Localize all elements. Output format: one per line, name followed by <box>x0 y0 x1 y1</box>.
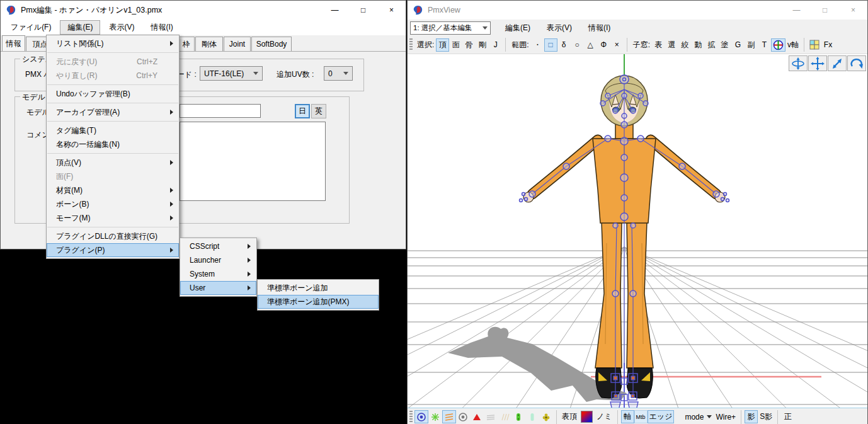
uv-count-combo[interactable]: 0 <box>324 66 353 81</box>
tab-joint[interactable]: Joint <box>224 37 251 51</box>
menu-item-undo-buffer[interactable]: Undoバッファ管理(B) <box>47 87 179 101</box>
tan-hatch-icon[interactable] <box>498 410 511 423</box>
lang-ja-button[interactable]: 日 <box>295 104 310 118</box>
nomi-button[interactable]: ノミ <box>595 410 614 423</box>
menu-view[interactable]: 表示(V) <box>539 21 580 35</box>
orange-hatch-icon[interactable] <box>442 410 456 423</box>
menu-view[interactable]: 表示(V) <box>101 20 142 35</box>
menu-item-undo[interactable]: 元に戻す(U)Ctrl+Z <box>47 55 179 69</box>
self-shadow-toggle-button[interactable]: S影 <box>758 410 774 423</box>
toolbar-gripper[interactable] <box>409 411 413 423</box>
axis-toggle-button[interactable]: 軸 <box>621 410 634 423</box>
menu-edit[interactable]: 編集(E) <box>60 20 100 35</box>
menu-item-archive[interactable]: アーカイブ管理(A) <box>47 105 179 119</box>
green-capsule-icon[interactable] <box>511 410 525 423</box>
model-name-input[interactable] <box>180 104 261 118</box>
menu-item-face[interactable]: 面(F) <box>47 169 179 183</box>
pmxview-titlebar[interactable]: PmxView — □ × <box>408 1 867 20</box>
menu-item-morph[interactable]: モーフ(M) <box>47 211 179 225</box>
viewport-3d[interactable] <box>408 54 867 408</box>
edit-mode-combo[interactable]: 1: 選択／基本編集 <box>410 21 491 35</box>
menu-item-user[interactable]: User <box>180 281 256 295</box>
menu-item-bone[interactable]: ボーン(B) <box>47 197 179 211</box>
roll-view-icon[interactable] <box>847 55 866 71</box>
blue-target-icon[interactable] <box>414 410 428 423</box>
menu-item-semistandard-bones[interactable]: 準標準ボーン追加 <box>258 281 379 295</box>
close-button[interactable]: × <box>839 1 867 20</box>
front-view-button[interactable]: 正 <box>781 410 794 423</box>
subwin-paint-button[interactable]: 塗 <box>718 38 731 52</box>
menu-item-list-relation[interactable]: リスト関係(L) <box>47 37 179 50</box>
front-vertex-button[interactable]: 表頂 <box>560 410 579 423</box>
range-circle-button[interactable]: ○ <box>571 38 584 52</box>
subwin-sub-button[interactable]: 副 <box>745 38 758 52</box>
subwin-select-button[interactable]: 選 <box>665 38 678 52</box>
gray-target-icon[interactable] <box>456 410 470 423</box>
edge-toggle-button[interactable]: エッジ <box>648 410 675 423</box>
yellow-flower-icon[interactable] <box>539 410 553 423</box>
subwin-filter-button[interactable]: 絞 <box>678 38 692 52</box>
maximize-button[interactable]: □ <box>349 1 377 20</box>
menu-item-system[interactable]: System <box>180 267 256 281</box>
red-triangle-icon[interactable] <box>470 410 484 423</box>
menu-item-redo[interactable]: やり直し(R)Ctrl+Y <box>47 69 179 83</box>
subwin-t-button[interactable]: T <box>758 38 771 52</box>
menu-item-batch-rename[interactable]: 名称の一括編集(N) <box>47 137 179 151</box>
toolbar-gripper[interactable] <box>409 38 413 51</box>
menu-item-semistandard-bones-pmx[interactable]: 準標準ボーン追加(PMX) <box>258 295 379 309</box>
menu-item-material[interactable]: 材質(M) <box>47 183 179 197</box>
zoom-view-icon[interactable] <box>828 55 847 71</box>
range-phi-button[interactable]: Φ <box>597 38 610 52</box>
shadow-toggle-button[interactable]: 影 <box>745 410 758 423</box>
close-button[interactable]: × <box>377 1 406 20</box>
range-rect-button[interactable]: □ <box>544 38 557 52</box>
pmx-edit-titlebar[interactable]: Pmx編集 - ホァン・パオリンv1_03.pmx — □ × <box>1 1 406 20</box>
subwin-g-button[interactable]: G <box>731 38 745 52</box>
pale-capsule-icon[interactable] <box>525 410 539 423</box>
select-bone-button[interactable]: 骨 <box>462 38 476 52</box>
minimize-button[interactable]: — <box>321 1 349 20</box>
menu-info[interactable]: 情報(I) <box>580 21 619 35</box>
menu-edit[interactable]: 編集(E) <box>497 21 539 35</box>
axis-sphere-icon[interactable] <box>771 38 785 52</box>
vertex-color-swatch[interactable] <box>579 410 595 423</box>
mtb-toggle-button[interactable]: Mtb <box>634 410 648 423</box>
maximize-button[interactable]: □ <box>811 1 839 20</box>
select-rigid-button[interactable]: 剛 <box>476 38 489 52</box>
range-delta-button[interactable]: δ <box>557 38 571 52</box>
menu-item-launcher[interactable]: Launcher <box>180 253 256 267</box>
range-point-button[interactable]: ・ <box>531 38 544 52</box>
select-vertex-button[interactable]: 頂 <box>436 38 449 52</box>
range-x-button[interactable]: × <box>610 38 624 52</box>
wire-plus-button[interactable]: Wire+ <box>714 410 738 423</box>
submenu-arrow-icon <box>170 215 173 221</box>
subwin-expand-button[interactable]: 拡 <box>705 38 718 52</box>
menu-item-plugin[interactable]: プラグイン(P) <box>47 243 179 257</box>
vaxis-button[interactable]: v軸 <box>785 38 801 52</box>
pan-view-icon[interactable] <box>808 55 827 71</box>
menu-item-csscript[interactable]: CSScript <box>180 239 256 253</box>
menu-item-vertex[interactable]: 頂点(V) <box>47 156 179 169</box>
green-sparkle-icon[interactable] <box>428 410 442 423</box>
subwin-motion-button[interactable]: 動 <box>692 38 705 52</box>
encode-combo[interactable]: UTF-16(LE) <box>200 66 263 81</box>
menu-info[interactable]: 情報(I) <box>143 20 180 35</box>
lang-en-button[interactable]: 英 <box>311 104 326 118</box>
orbit-view-icon[interactable] <box>789 55 808 71</box>
tab-info[interactable]: 情報 <box>2 35 25 51</box>
minimize-button[interactable]: — <box>782 1 811 20</box>
comment-textarea[interactable] <box>180 122 326 201</box>
menu-item-plugin-dll[interactable]: プラグインDLLの直接実行(G) <box>47 229 179 243</box>
mode-dropdown[interactable]: mode <box>683 410 714 423</box>
subwin-display-button[interactable]: 表 <box>652 38 665 52</box>
gray-hatch-icon[interactable] <box>484 410 498 423</box>
range-triangle-button[interactable]: △ <box>584 38 597 52</box>
select-joint-button[interactable]: J <box>489 38 502 52</box>
select-face-button[interactable]: 面 <box>449 38 462 52</box>
tab-softbody[interactable]: SoftBody <box>251 37 292 51</box>
menu-file[interactable]: ファイル(F) <box>3 20 59 35</box>
quad-view-icon[interactable] <box>808 38 821 52</box>
menu-item-tag-edit[interactable]: タグ編集(T) <box>47 123 179 137</box>
fx-button[interactable]: Fx <box>821 38 835 52</box>
tab-rigid[interactable]: 剛体 <box>195 37 223 51</box>
